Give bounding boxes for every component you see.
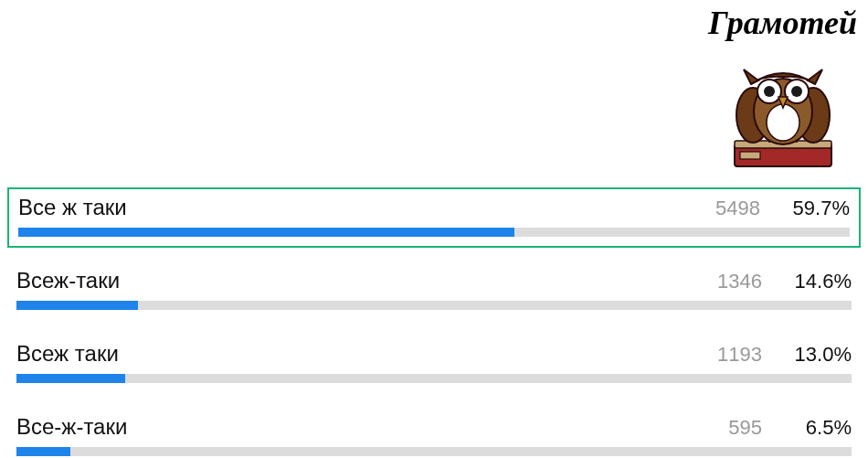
progress-bar bbox=[18, 228, 850, 237]
option-label: Все ж таки bbox=[18, 195, 713, 220]
svg-point-6 bbox=[767, 104, 799, 141]
svg-point-10 bbox=[791, 86, 802, 97]
owl-on-book-icon bbox=[724, 44, 842, 172]
option-count: 1193 bbox=[715, 343, 778, 367]
progress-fill bbox=[16, 447, 70, 456]
option-percent: 13.0% bbox=[778, 343, 852, 367]
svg-rect-2 bbox=[740, 152, 760, 159]
progress-fill bbox=[16, 301, 138, 310]
progress-bar bbox=[16, 301, 852, 310]
poll-option[interactable]: Всеж таки 1193 13.0% bbox=[7, 336, 861, 390]
progress-bar bbox=[16, 447, 852, 456]
option-count: 5498 bbox=[713, 197, 777, 220]
progress-bar bbox=[16, 374, 852, 383]
option-percent: 14.6% bbox=[778, 270, 852, 293]
app-logo: Грамотей bbox=[708, 4, 857, 172]
option-count: 595 bbox=[715, 416, 778, 440]
poll-option[interactable]: Все-ж-таки 595 6.5% bbox=[7, 409, 861, 458]
option-percent: 6.5% bbox=[778, 416, 852, 440]
option-label: Всеж таки bbox=[16, 341, 715, 367]
option-percent: 59.7% bbox=[777, 197, 850, 220]
option-label: Всеж-таки bbox=[16, 268, 715, 293]
svg-point-9 bbox=[764, 86, 775, 97]
option-label: Все-ж-таки bbox=[16, 414, 715, 440]
poll-option[interactable]: Все ж таки 5498 59.7% bbox=[7, 187, 861, 248]
logo-title: Грамотей bbox=[708, 4, 857, 42]
progress-fill bbox=[16, 374, 125, 383]
poll-results: Все ж таки 5498 59.7% Всеж-таки 1346 14.… bbox=[7, 187, 861, 458]
poll-option[interactable]: Всеж-таки 1346 14.6% bbox=[7, 262, 861, 317]
option-count: 1346 bbox=[715, 270, 778, 293]
progress-fill bbox=[18, 228, 514, 237]
